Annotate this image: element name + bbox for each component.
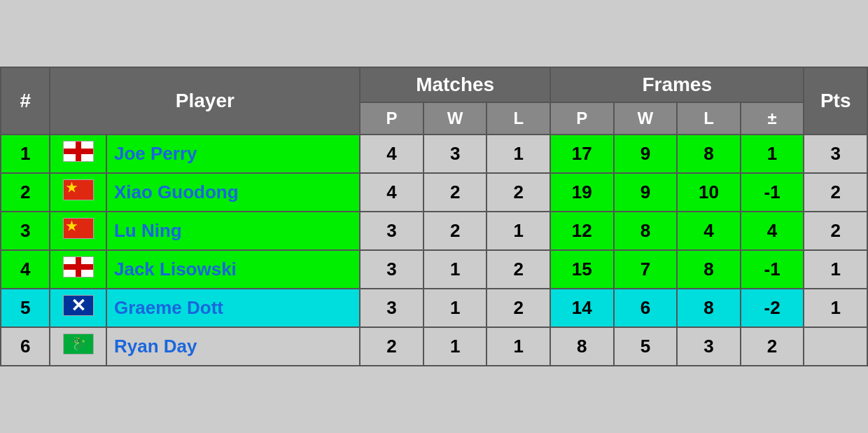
match-l-cell: 2 [486,250,550,289]
match-l-cell: 1 [486,327,550,366]
flag-cell [50,212,106,250]
player-name-cell: Xiao Guodong [106,173,360,212]
frame-l-cell: 8 [677,135,741,173]
frame-w-cell: 5 [614,327,678,366]
match-w-cell: 2 [424,212,487,250]
frame-w-cell: 9 [614,135,678,173]
player-name-cell: Lu Ning [106,212,360,250]
frame-p-cell: 17 [550,135,614,173]
pts-header: Pts [804,67,867,135]
match-l-cell: 1 [486,135,550,173]
frame-w-cell: 8 [614,212,678,250]
match-l-cell: 2 [486,289,550,327]
player-name-cell: Graeme Dott [106,289,360,327]
frame-w-cell: 9 [614,173,678,212]
frame-w-cell: 6 [614,289,678,327]
flag-cell [50,173,106,212]
table-row: 6 Ryan Day 2 1 1 8 5 3 2 [1,327,867,366]
frames-header: Frames [550,67,804,102]
player-name-cell: Jack Lisowski [106,250,360,289]
match-p-cell: 4 [360,173,424,212]
frame-diff-cell: 4 [741,212,804,250]
table-row: 5 Graeme Dott 3 1 2 14 6 8 -2 1 [1,289,867,327]
pts-cell: 1 [804,250,867,289]
frame-diff-cell: 1 [741,135,804,173]
match-p-header: P [360,102,424,135]
rank-cell: 1 [1,135,50,173]
rank-cell: 4 [1,250,50,289]
match-w-cell: 3 [424,135,487,173]
frame-diff-cell: -2 [741,289,804,327]
frame-w-cell: 7 [614,250,678,289]
flag-cell [50,135,106,173]
match-p-cell: 3 [360,212,424,250]
table-row: 3 Lu Ning 3 2 1 12 8 4 4 2 [1,212,867,250]
frame-w-header: W [614,102,678,135]
match-p-cell: 3 [360,250,424,289]
frame-diff-cell: -1 [741,173,804,212]
frame-diff-header: ± [741,102,804,135]
frame-l-cell: 3 [677,327,741,366]
frame-l-cell: 8 [677,289,741,327]
flag-cell [50,289,106,327]
frame-diff-cell: 2 [741,327,804,366]
frame-p-cell: 8 [550,327,614,366]
rank-cell: 5 [1,289,50,327]
flag-cell [50,327,106,366]
pts-cell: 3 [804,135,867,173]
match-l-cell: 2 [486,173,550,212]
pts-cell: 2 [804,212,867,250]
match-p-cell: 2 [360,327,424,366]
match-w-cell: 1 [424,250,487,289]
player-name-cell: Ryan Day [106,327,360,366]
frame-p-cell: 15 [550,250,614,289]
hash-header: # [1,67,50,135]
frame-l-cell: 8 [677,250,741,289]
table-row: 4 Jack Lisowski 3 1 2 15 7 8 -1 1 [1,250,867,289]
match-w-cell: 2 [424,173,487,212]
frame-l-cell: 4 [677,212,741,250]
match-l-header: L [486,102,550,135]
player-name-cell: Joe Perry [106,135,360,173]
table-row: 2 Xiao Guodong 4 2 2 19 9 10 -1 2 [1,173,867,212]
matches-header: Matches [360,67,550,102]
match-p-cell: 4 [360,135,424,173]
frame-p-header: P [550,102,614,135]
match-w-cell: 1 [424,327,487,366]
match-l-cell: 1 [486,212,550,250]
frame-diff-cell: -1 [741,250,804,289]
pts-cell [804,327,867,366]
pts-cell: 1 [804,289,867,327]
match-w-header: W [424,102,487,135]
frame-p-cell: 12 [550,212,614,250]
pts-cell: 2 [804,173,867,212]
frame-p-cell: 14 [550,289,614,327]
rank-cell: 6 [1,327,50,366]
table-row: 1 Joe Perry 4 3 1 17 9 8 1 3 [1,135,867,173]
match-p-cell: 3 [360,289,424,327]
flag-cell [50,250,106,289]
frame-p-cell: 19 [550,173,614,212]
rank-cell: 2 [1,173,50,212]
player-header: Player [50,67,360,135]
match-w-cell: 1 [424,289,487,327]
rank-cell: 3 [1,212,50,250]
frame-l-header: L [677,102,741,135]
frame-l-cell: 10 [677,173,741,212]
